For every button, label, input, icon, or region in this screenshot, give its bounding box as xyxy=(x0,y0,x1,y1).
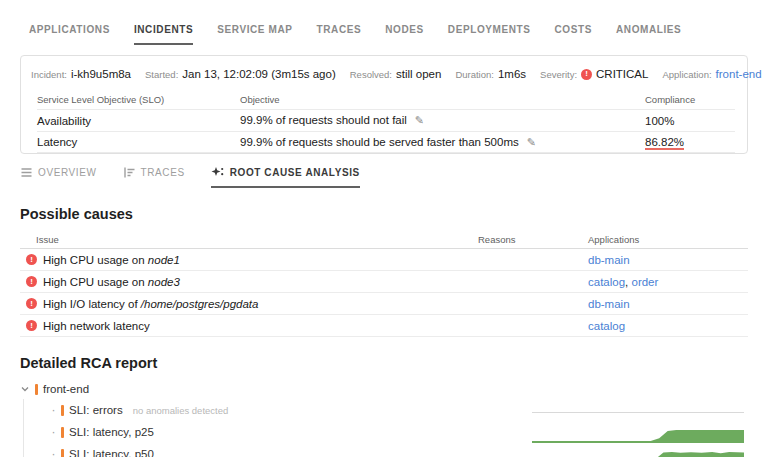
rca-root-label: front-end xyxy=(43,383,89,395)
rca-item-sli-errors[interactable]: ·SLI: errorsno anomalies detected xyxy=(24,399,748,421)
causes-col-header-applications: Applications xyxy=(588,234,748,245)
nav-tab-nodes[interactable]: NODES xyxy=(385,24,424,45)
incident-summary: Incident:i-kh9u5m8aStarted:Jan 13, 12:02… xyxy=(31,68,735,80)
bullet-icon: · xyxy=(51,425,56,439)
error-icon: ! xyxy=(26,276,37,287)
nav-tab-costs[interactable]: COSTS xyxy=(555,24,592,45)
nav-tab-anomalies[interactable]: ANOMALIES xyxy=(616,24,681,45)
causes-col-header-reasons: Reasons xyxy=(478,234,588,245)
slo-row-latency: Latency99.9% of requests should be serve… xyxy=(37,131,735,153)
subtab-label: TRACES xyxy=(141,167,185,178)
slo-compliance: 100% xyxy=(645,115,735,127)
field-value: Jan 13, 12:02:09 (3m15s ago) xyxy=(182,68,335,80)
incident-field-incident: Incident:i-kh9u5m8a xyxy=(31,68,131,80)
bullet-icon: · xyxy=(51,403,56,417)
applications-cell: db-main xyxy=(588,298,748,310)
application-link[interactable]: catalog xyxy=(588,320,625,332)
application-link[interactable]: order xyxy=(631,276,658,288)
field-label: Duration: xyxy=(455,69,494,80)
slo-col-header-compliance: Compliance xyxy=(645,94,735,105)
field-label: Severity: xyxy=(540,69,577,80)
rca-item-sli-latency-p50[interactable]: ·SLI: latency, p50 xyxy=(24,443,748,457)
application-link[interactable]: catalog xyxy=(588,276,625,288)
application-link[interactable]: front-end xyxy=(716,68,762,80)
applications-cell: db-main xyxy=(588,254,748,266)
causes-col-header-issue: Issue xyxy=(20,234,478,245)
issue-text: High network latency xyxy=(43,320,150,332)
slo-table-header: Service Level Objective (SLO)ObjectiveCo… xyxy=(37,89,735,109)
chevron-down-icon[interactable] xyxy=(20,384,30,394)
slo-table-body: Availability99.9% of requests should not… xyxy=(37,109,735,153)
sli-sparkline-chart xyxy=(532,405,744,421)
edit-icon[interactable]: ✎ xyxy=(415,114,424,126)
field-value: 1m6s xyxy=(498,68,526,80)
sli-label: SLI: latency, p50 xyxy=(69,448,154,457)
slo-objective-text: 99.9% of requests should not fail xyxy=(240,114,407,126)
error-icon: ! xyxy=(26,298,37,309)
subtab-label: ROOT CAUSE ANALYSIS xyxy=(230,167,360,178)
rca-item-sli-latency-p25[interactable]: ·SLI: latency, p25 xyxy=(24,421,748,443)
application-link[interactable]: db-main xyxy=(588,254,630,266)
issue-cell: !High I/O latency of /home/postgres/pgda… xyxy=(20,298,478,310)
sli-label: SLI: latency, p25 xyxy=(69,426,154,438)
rca-tree-children: ·SLI: errorsno anomalies detected·SLI: l… xyxy=(23,399,748,457)
possible-causes-heading: Possible causes xyxy=(20,206,748,222)
subtab-overview[interactable]: OVERVIEW xyxy=(20,166,97,188)
sli-indicator-bar xyxy=(35,384,38,395)
incident-field-started: Started:Jan 13, 12:02:09 (3m15s ago) xyxy=(145,68,336,80)
slo-objective: 99.9% of requests should not fail✎ xyxy=(240,114,645,127)
rca-tree: front-end ·SLI: errorsno anomalies detec… xyxy=(20,379,748,457)
bullet-icon: · xyxy=(51,447,56,457)
sli-sparkline-chart xyxy=(532,427,744,443)
sli-indicator-bar xyxy=(61,405,64,416)
incident-card: Incident:i-kh9u5m8aStarted:Jan 13, 12:02… xyxy=(20,55,748,154)
issue-text: High CPU usage on node3 xyxy=(43,276,180,288)
rca-tree-root[interactable]: front-end xyxy=(20,379,748,399)
sli-label: SLI: errors xyxy=(69,404,123,416)
list-icon xyxy=(20,166,33,179)
error-icon: ! xyxy=(581,69,592,80)
issue-cell: !High CPU usage on node1 xyxy=(20,254,478,266)
issue-cell: !High CPU usage on node3 xyxy=(20,276,478,288)
slo-objective-text: 99.9% of requests should be served faste… xyxy=(240,136,519,148)
sli-indicator-bar xyxy=(61,427,64,438)
nav-tab-traces[interactable]: TRACES xyxy=(317,24,362,45)
slo-name: Availability xyxy=(37,115,240,127)
sli-indicator-bar xyxy=(61,449,64,457)
field-label: Resolved: xyxy=(350,69,392,80)
error-icon: ! xyxy=(26,254,37,265)
compliance-value: 100% xyxy=(645,115,674,127)
field-value: i-kh9u5m8a xyxy=(71,68,131,80)
application-link[interactable]: db-main xyxy=(588,298,630,310)
compliance-value: 86.82% xyxy=(645,136,684,150)
slo-col-header-service-level-objective-slo: Service Level Objective (SLO) xyxy=(37,94,240,105)
issue-cell: !High network latency xyxy=(20,320,478,332)
slo-row-availability: Availability99.9% of requests should not… xyxy=(37,109,735,131)
causes-table-body: !High CPU usage on node1db-main!High CPU… xyxy=(20,249,748,337)
error-icon: ! xyxy=(26,320,37,331)
top-nav: APPLICATIONSINCIDENTSSERVICE MAPTRACESNO… xyxy=(0,0,768,45)
field-value: still open xyxy=(396,68,441,80)
sli-sparkline-chart xyxy=(532,449,744,457)
slo-table: Service Level Objective (SLO)ObjectiveCo… xyxy=(37,89,735,153)
nav-tab-incidents[interactable]: INCIDENTS xyxy=(134,24,193,45)
subtab-traces[interactable]: TRACES xyxy=(123,166,185,188)
sli-note: no anomalies detected xyxy=(133,405,229,416)
field-value: CRITICAL xyxy=(596,68,648,80)
cause-row: !High network latencycatalog xyxy=(20,315,748,337)
incident-subtabs: OVERVIEWTRACESROOT CAUSE ANALYSIS xyxy=(20,166,748,188)
nav-tab-applications[interactable]: APPLICATIONS xyxy=(29,24,110,45)
slo-objective: 99.9% of requests should be served faste… xyxy=(240,136,645,149)
cause-row: !High I/O latency of /home/postgres/pgda… xyxy=(20,293,748,315)
rca-heading: Detailed RCA report xyxy=(20,355,748,371)
slo-name: Latency xyxy=(37,136,240,148)
incident-field-severity: Severity:!CRITICAL xyxy=(540,68,648,80)
incident-field-application: Application:front-end xyxy=(662,68,761,80)
edit-icon[interactable]: ✎ xyxy=(527,136,536,148)
nav-tab-service-map[interactable]: SERVICE MAP xyxy=(217,24,292,45)
subtab-root-cause-analysis[interactable]: ROOT CAUSE ANALYSIS xyxy=(211,166,360,188)
nav-tab-deployments[interactable]: DEPLOYMENTS xyxy=(448,24,531,45)
issue-text: High I/O latency of /home/postgres/pgdat… xyxy=(43,298,258,310)
slo-compliance: 86.82% xyxy=(645,136,735,148)
field-label: Application: xyxy=(662,69,711,80)
